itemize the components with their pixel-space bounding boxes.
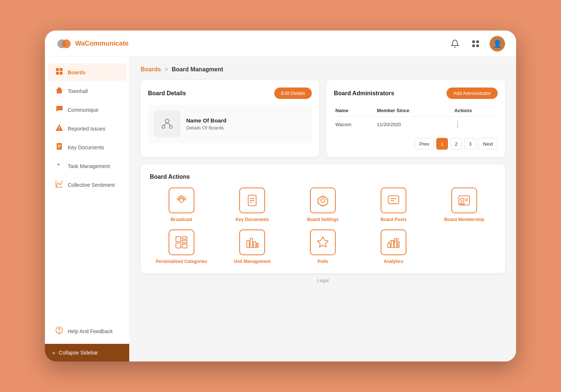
svg-rect-17 xyxy=(58,145,61,146)
breadcrumb: Boards > Board Managment xyxy=(141,66,505,73)
board-membership-label: Board Membership xyxy=(444,217,484,222)
svg-rect-48 xyxy=(182,237,187,239)
svg-rect-49 xyxy=(182,240,187,243)
top-grid: Board Details Edit Details xyxy=(141,80,505,157)
board-admins-title: Board Administrators xyxy=(334,90,394,97)
reported-icon xyxy=(55,124,63,133)
action-board-membership[interactable]: Board Membership xyxy=(433,188,496,222)
unit-management-label: Unit Management xyxy=(234,259,271,264)
sidebar-label-tasks: Task Management xyxy=(68,163,110,169)
board-posts-label: Board Posts xyxy=(381,217,407,222)
admin-since: 11/20/2020 xyxy=(375,117,453,132)
svg-rect-53 xyxy=(250,238,253,247)
svg-point-1 xyxy=(62,39,71,48)
action-board-settings[interactable]: Board Settings xyxy=(291,188,354,222)
svg-point-32 xyxy=(180,199,184,203)
collapse-sidebar-button[interactable]: « Collapse Sidebar xyxy=(45,344,129,361)
svg-rect-47 xyxy=(176,237,181,242)
action-personalized-categories[interactable]: Personalized Categories xyxy=(150,229,213,264)
page-3-button[interactable]: 3 xyxy=(464,138,476,150)
board-desc: Details Of Boards xyxy=(186,125,226,131)
sidebar-item-boards[interactable]: Boards xyxy=(48,63,126,81)
communique-icon xyxy=(55,105,63,114)
footer-legal[interactable]: Legal xyxy=(317,278,329,283)
key-documents-icon-box xyxy=(239,188,265,213)
sidebar-item-townhall[interactable]: Townhall xyxy=(48,82,126,100)
col-name: Name xyxy=(334,105,375,117)
sidebar-label-keydocs: Key Documents xyxy=(68,145,104,150)
breadcrumb-current: Board Managment xyxy=(172,66,223,73)
add-admin-button[interactable]: Add Administrator xyxy=(447,88,498,99)
sidebar-item-tasks[interactable]: Task Management xyxy=(48,157,126,175)
svg-rect-15 xyxy=(59,129,60,130)
svg-rect-6 xyxy=(56,68,59,71)
logo-text: WaCommunicate xyxy=(75,40,128,47)
svg-rect-2 xyxy=(472,40,475,43)
sidebar-label-townhall: Townhall xyxy=(68,88,88,94)
svg-point-29 xyxy=(169,125,172,128)
breadcrumb-boards[interactable]: Boards xyxy=(141,66,161,73)
breadcrumb-separator: > xyxy=(165,66,168,73)
grid-icon[interactable] xyxy=(469,37,482,50)
sidebar-nav: Boards Townhall xyxy=(45,57,129,321)
svg-rect-19 xyxy=(58,147,60,148)
svg-line-31 xyxy=(167,123,171,125)
sidebar-item-sentiment[interactable]: Collective Sentiment xyxy=(48,176,126,194)
action-analytics[interactable]: Analytics xyxy=(362,229,425,264)
polls-icon-box xyxy=(310,229,336,255)
next-button[interactable]: Next xyxy=(478,138,498,150)
sidebar-label-boards: Boards xyxy=(68,70,85,75)
sidebar-item-communique[interactable]: Communique xyxy=(48,101,126,119)
admins-table: Name Member Since Actions Wacom 11/20/20… xyxy=(334,105,498,132)
sidebar-label-sentiment: Collective Sentiment xyxy=(68,182,115,188)
svg-line-21 xyxy=(58,183,60,185)
action-polls[interactable]: Polls xyxy=(291,229,354,264)
action-key-documents[interactable]: Key Documents xyxy=(220,188,284,222)
svg-rect-4 xyxy=(472,44,475,47)
boards-icon xyxy=(55,68,63,77)
board-membership-icon-box xyxy=(451,188,477,213)
board-actions-card: Board Actions Broadcast xyxy=(141,164,505,273)
svg-point-28 xyxy=(162,125,165,128)
svg-rect-50 xyxy=(176,243,181,248)
svg-line-30 xyxy=(163,123,167,125)
sidebar-label-reported: Reported Issues xyxy=(68,126,105,132)
svg-point-27 xyxy=(165,119,169,123)
board-details-title: Board Details xyxy=(148,90,186,97)
topbar: WaCommunicate 👤 xyxy=(45,31,516,57)
board-details-card: Board Details Edit Details xyxy=(141,80,319,157)
sidebar-item-reported[interactable]: Reported Issues xyxy=(48,120,126,138)
board-text: Name Of Board Details Of Boards xyxy=(186,117,226,131)
avatar[interactable]: 👤 xyxy=(490,36,505,51)
svg-rect-51 xyxy=(182,244,187,248)
board-posts-icon-box xyxy=(381,188,406,213)
action-board-posts[interactable]: Board Posts xyxy=(362,188,425,222)
table-row: Wacom 11/20/2020 ⋮ xyxy=(334,117,498,132)
svg-rect-54 xyxy=(254,242,256,247)
board-settings-icon-box xyxy=(310,188,336,213)
svg-rect-9 xyxy=(60,72,63,75)
page-2-button[interactable]: 2 xyxy=(450,138,462,150)
sentiment-icon xyxy=(55,180,63,189)
notification-icon[interactable] xyxy=(448,37,462,50)
svg-rect-5 xyxy=(476,44,479,47)
svg-rect-55 xyxy=(257,243,258,248)
svg-rect-18 xyxy=(58,146,61,147)
board-admins-card: Board Administrators Add Administrator N… xyxy=(327,80,505,157)
actions-row-1: Broadcast Key Documents xyxy=(150,188,496,222)
action-broadcast[interactable]: Broadcast xyxy=(150,188,213,222)
logo: WaCommunicate xyxy=(56,36,128,52)
broadcast-label: Broadcast xyxy=(171,217,193,222)
svg-rect-7 xyxy=(60,68,63,71)
svg-rect-12 xyxy=(59,91,60,93)
prev-button[interactable]: Prev xyxy=(415,138,434,150)
svg-marker-56 xyxy=(318,237,328,247)
action-unit-management[interactable]: Unit Management xyxy=(220,229,284,264)
admin-actions-menu[interactable]: ⋮ xyxy=(454,121,461,128)
edit-details-button[interactable]: Edit Details xyxy=(274,88,312,99)
page-1-button[interactable]: 1 xyxy=(436,138,448,150)
sidebar-item-keydocs[interactable]: Key Documents xyxy=(48,138,126,156)
sidebar-item-help[interactable]: Help And Feedback xyxy=(48,322,126,340)
footer: Legal xyxy=(141,273,505,288)
svg-line-20 xyxy=(56,183,58,187)
